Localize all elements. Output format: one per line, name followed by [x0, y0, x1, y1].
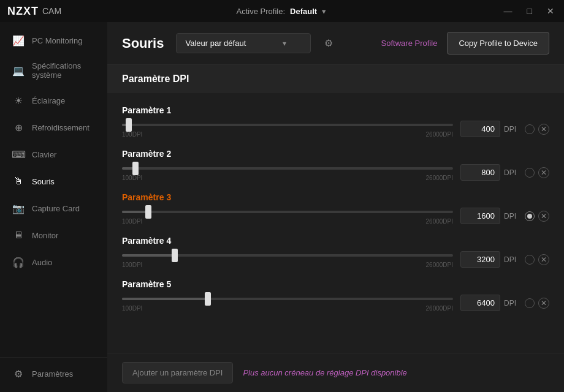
- slider-labels-3: 100DPI 26000DPI: [122, 218, 453, 225]
- sidebar-bottom: ⚙ Paramètres: [0, 357, 107, 387]
- dpi-row-2: 100DPI 26000DPI DPI ✕: [122, 164, 549, 181]
- slider-handle-1[interactable]: [126, 118, 132, 132]
- copy-profile-button[interactable]: Copy Profile to Device: [447, 32, 549, 55]
- sidebar-item-mouse[interactable]: 🖱 Souris: [0, 168, 107, 195]
- mouse-icon: 🖱: [12, 175, 25, 187]
- minimize-button[interactable]: —: [501, 5, 515, 17]
- slider-fill-3: [122, 211, 148, 213]
- chevron-down-icon[interactable]: ▾: [322, 7, 326, 16]
- slider-min-label-4: 100DPI: [122, 262, 142, 268]
- dpi-input-group-5: DPI ✕: [460, 295, 549, 311]
- dpi-param-label-3: Paramètre 3: [122, 192, 549, 202]
- sidebar-item-audio[interactable]: 🎧 Audio: [0, 249, 107, 276]
- close-button[interactable]: ✕: [544, 5, 557, 17]
- sidebar-item-capture-card[interactable]: 📷 Capture Card: [0, 195, 107, 222]
- dpi-unit-2: DPI: [504, 168, 521, 177]
- dpi-remove-button-1[interactable]: ✕: [538, 124, 549, 135]
- dpi-radio-3[interactable]: [525, 211, 535, 221]
- dpi-radio-2[interactable]: [525, 168, 535, 178]
- sidebar-label-settings: Paramètres: [32, 369, 73, 379]
- sidebar-item-system-specs[interactable]: 💻 Spécifications système: [0, 54, 107, 87]
- sidebar-item-keyboard[interactable]: ⌨ Clavier: [0, 141, 107, 168]
- sidebar-item-settings[interactable]: ⚙ Paramètres: [0, 360, 107, 387]
- sidebar-item-lighting[interactable]: ☀ Éclairage: [0, 87, 107, 114]
- slider-min-label-1: 100DPI: [122, 131, 142, 138]
- sidebar-label-capture-card: Capture Card: [32, 204, 80, 213]
- dpi-value-input-1[interactable]: [460, 121, 500, 137]
- chevron-down-icon: ▾: [283, 39, 286, 48]
- dpi-slider-container-5: 100DPI 26000DPI: [122, 294, 453, 312]
- no-slot-text: Plus aucun créneau de réglage DPI dispon…: [243, 368, 406, 377]
- lighting-icon: ☀: [12, 94, 25, 107]
- keyboard-icon: ⌨: [12, 148, 25, 160]
- sidebar-item-monitor[interactable]: 🖥 Monitor: [0, 222, 107, 249]
- slider-labels-2: 100DPI 26000DPI: [122, 175, 453, 181]
- slider-min-label-5: 100DPI: [122, 305, 142, 312]
- main-layout: 📈 PC Monitoring 💻 Spécifications système…: [0, 22, 564, 392]
- sidebar-item-pc-monitoring[interactable]: 📈 PC Monitoring: [0, 27, 107, 54]
- page-title: Souris: [122, 36, 164, 51]
- slider-labels-1: 100DPI 26000DPI: [122, 131, 453, 138]
- dpi-slider-container-2: 100DPI 26000DPI: [122, 164, 453, 181]
- settings-gear-button[interactable]: ⚙: [321, 34, 337, 53]
- dpi-param-5: Paramètre 5 100DPI 26000DPI DPI: [122, 279, 549, 312]
- software-profile-link[interactable]: Software Profile: [381, 39, 438, 48]
- active-profile-label: Active Profile:: [237, 7, 285, 16]
- content-footer: Ajouter un paramètre DPI Plus aucun crén…: [107, 353, 564, 392]
- sidebar-label-monitor: Monitor: [32, 231, 58, 240]
- dpi-remove-button-2[interactable]: ✕: [538, 167, 549, 178]
- dpi-radio-4[interactable]: [525, 255, 535, 265]
- dpi-row-1: 100DPI 26000DPI DPI ✕: [122, 120, 549, 138]
- profile-dropdown[interactable]: Valeur par défaut ▾: [176, 33, 311, 53]
- dpi-remove-button-3[interactable]: ✕: [538, 211, 549, 222]
- slider-handle-3[interactable]: [145, 205, 151, 219]
- dpi-unit-4: DPI: [504, 255, 521, 264]
- slider-handle-4[interactable]: [172, 249, 178, 262]
- slider-min-label-3: 100DPI: [122, 218, 142, 225]
- slider-max-label-1: 26000DPI: [426, 131, 453, 138]
- slider-bg-3: [122, 211, 453, 213]
- dpi-radio-5[interactable]: [525, 298, 535, 308]
- dpi-value-input-5[interactable]: [460, 295, 500, 311]
- sidebar-label-audio: Audio: [32, 258, 52, 267]
- slider-bg-2: [122, 167, 453, 170]
- add-dpi-button[interactable]: Ajouter un paramètre DPI: [122, 362, 233, 383]
- slider-handle-5[interactable]: [205, 292, 211, 306]
- dpi-param-1: Paramètre 1 100DPI 26000DPI DPI: [122, 105, 549, 138]
- dpi-input-group-4: DPI ✕: [460, 251, 549, 268]
- capture-card-icon: 📷: [12, 202, 25, 214]
- logo-cam: CAM: [42, 6, 61, 16]
- dpi-section-title: Paramètre DPI: [107, 65, 564, 93]
- dpi-param-label-2: Paramètre 2: [122, 149, 549, 159]
- sidebar-spacer: [0, 276, 107, 357]
- dpi-slider-track-3[interactable]: [122, 207, 453, 217]
- system-specs-icon: 💻: [12, 64, 25, 77]
- dpi-slider-track-2[interactable]: [122, 164, 453, 173]
- sidebar-item-cooling[interactable]: ⊕ Refroidissement: [0, 114, 107, 141]
- dpi-unit-5: DPI: [504, 299, 521, 307]
- dpi-input-group-2: DPI ✕: [460, 164, 549, 181]
- dpi-value-input-3[interactable]: [460, 208, 500, 224]
- dpi-unit-1: DPI: [504, 125, 521, 134]
- sidebar: 📈 PC Monitoring 💻 Spécifications système…: [0, 22, 107, 392]
- slider-fill-4: [122, 254, 175, 257]
- slider-labels-4: 100DPI 26000DPI: [122, 262, 453, 268]
- slider-labels-5: 100DPI 26000DPI: [122, 305, 453, 312]
- slider-handle-2[interactable]: [132, 162, 139, 175]
- dpi-slider-track-1[interactable]: [122, 120, 453, 130]
- dpi-slider-track-4[interactable]: [122, 251, 453, 260]
- dpi-slider-track-5[interactable]: [122, 294, 453, 304]
- sidebar-label-system-specs: Spécifications système: [32, 61, 95, 80]
- sidebar-label-pc-monitoring: PC Monitoring: [32, 36, 82, 45]
- dpi-value-input-4[interactable]: [460, 251, 500, 268]
- dpi-radio-1[interactable]: [525, 124, 535, 134]
- dpi-param-label-4: Paramètre 4: [122, 236, 549, 246]
- dpi-remove-button-5[interactable]: ✕: [538, 298, 549, 309]
- maximize-button[interactable]: □: [525, 5, 535, 17]
- app-logo: NZXT CAM: [7, 5, 61, 18]
- dpi-input-group-3: DPI ✕: [460, 208, 549, 224]
- dpi-param-label-1: Paramètre 1: [122, 105, 549, 115]
- dpi-slider-container-4: 100DPI 26000DPI: [122, 251, 453, 268]
- dpi-remove-button-4[interactable]: ✕: [538, 254, 549, 265]
- dpi-value-input-2[interactable]: [460, 164, 500, 181]
